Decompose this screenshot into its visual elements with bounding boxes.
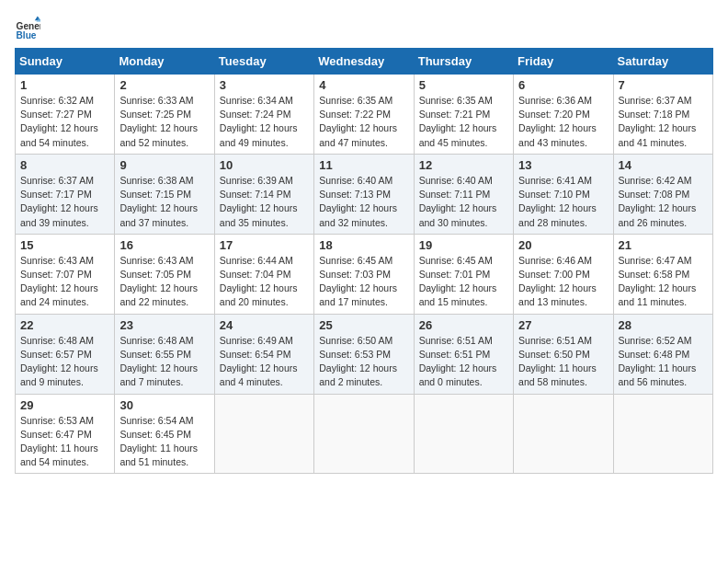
calendar-cell: 6Sunrise: 6:36 AM Sunset: 7:20 PM Daylig… (514, 75, 613, 155)
calendar-cell: 24Sunrise: 6:49 AM Sunset: 6:54 PM Dayli… (214, 314, 313, 394)
day-header-sunday: Sunday (16, 49, 115, 75)
calendar-cell: 1Sunrise: 6:32 AM Sunset: 7:27 PM Daylig… (16, 75, 115, 155)
day-number: 9 (119, 158, 209, 172)
day-number: 4 (319, 78, 408, 92)
day-number: 23 (119, 318, 209, 332)
week-row-1: 1Sunrise: 6:32 AM Sunset: 7:27 PM Daylig… (16, 75, 713, 155)
day-info: Sunrise: 6:45 AM Sunset: 7:01 PM Dayligh… (419, 254, 508, 310)
day-number: 27 (518, 318, 608, 332)
day-info: Sunrise: 6:35 AM Sunset: 7:21 PM Dayligh… (419, 94, 508, 150)
day-number: 12 (419, 158, 508, 172)
day-number: 17 (220, 238, 309, 252)
day-header-friday: Friday (514, 49, 613, 75)
calendar-cell: 16Sunrise: 6:43 AM Sunset: 7:05 PM Dayli… (115, 234, 214, 314)
day-info: Sunrise: 6:33 AM Sunset: 7:25 PM Dayligh… (119, 94, 209, 150)
day-number: 24 (220, 318, 309, 332)
day-info: Sunrise: 6:48 AM Sunset: 6:55 PM Dayligh… (119, 334, 209, 390)
calendar-cell: 26Sunrise: 6:51 AM Sunset: 6:51 PM Dayli… (414, 314, 513, 394)
calendar-cell: 14Sunrise: 6:42 AM Sunset: 7:08 PM Dayli… (613, 154, 712, 234)
day-info: Sunrise: 6:35 AM Sunset: 7:22 PM Dayligh… (319, 94, 408, 150)
day-number: 22 (20, 318, 109, 332)
calendar-cell: 4Sunrise: 6:35 AM Sunset: 7:22 PM Daylig… (314, 75, 414, 155)
day-info: Sunrise: 6:53 AM Sunset: 6:47 PM Dayligh… (20, 414, 109, 470)
logo: General Blue (15, 15, 44, 40)
day-info: Sunrise: 6:37 AM Sunset: 7:18 PM Dayligh… (619, 94, 708, 150)
day-info: Sunrise: 6:34 AM Sunset: 7:24 PM Dayligh… (220, 94, 309, 150)
day-header-wednesday: Wednesday (314, 49, 414, 75)
day-number: 10 (220, 158, 309, 172)
calendar-cell (514, 394, 613, 474)
day-info: Sunrise: 6:42 AM Sunset: 7:08 PM Dayligh… (619, 174, 708, 230)
calendar-cell: 9Sunrise: 6:38 AM Sunset: 7:15 PM Daylig… (115, 154, 214, 234)
calendar-cell: 29Sunrise: 6:53 AM Sunset: 6:47 PM Dayli… (16, 394, 115, 474)
day-header-tuesday: Tuesday (214, 49, 313, 75)
week-row-5: 29Sunrise: 6:53 AM Sunset: 6:47 PM Dayli… (16, 394, 713, 474)
week-row-4: 22Sunrise: 6:48 AM Sunset: 6:57 PM Dayli… (16, 314, 713, 394)
day-info: Sunrise: 6:47 AM Sunset: 6:58 PM Dayligh… (619, 254, 708, 310)
calendar-table: SundayMondayTuesdayWednesdayThursdayFrid… (15, 48, 713, 474)
day-number: 18 (319, 238, 408, 252)
week-row-2: 8Sunrise: 6:37 AM Sunset: 7:17 PM Daylig… (16, 154, 713, 234)
day-number: 1 (20, 78, 109, 92)
day-number: 15 (20, 238, 109, 252)
calendar-cell: 7Sunrise: 6:37 AM Sunset: 7:18 PM Daylig… (613, 75, 712, 155)
day-number: 16 (119, 238, 209, 252)
day-info: Sunrise: 6:46 AM Sunset: 7:00 PM Dayligh… (518, 254, 608, 310)
calendar-cell: 3Sunrise: 6:34 AM Sunset: 7:24 PM Daylig… (214, 75, 313, 155)
calendar-cell: 23Sunrise: 6:48 AM Sunset: 6:55 PM Dayli… (115, 314, 214, 394)
day-number: 20 (518, 238, 608, 252)
calendar-cell: 8Sunrise: 6:37 AM Sunset: 7:17 PM Daylig… (16, 154, 115, 234)
calendar-cell: 5Sunrise: 6:35 AM Sunset: 7:21 PM Daylig… (414, 75, 513, 155)
calendar-cell: 21Sunrise: 6:47 AM Sunset: 6:58 PM Dayli… (613, 234, 712, 314)
calendar-cell: 13Sunrise: 6:41 AM Sunset: 7:10 PM Dayli… (514, 154, 613, 234)
calendar-cell: 18Sunrise: 6:45 AM Sunset: 7:03 PM Dayli… (314, 234, 414, 314)
day-number: 29 (20, 398, 109, 412)
calendar-cell (414, 394, 513, 474)
calendar-cell: 19Sunrise: 6:45 AM Sunset: 7:01 PM Dayli… (414, 234, 513, 314)
day-header-thursday: Thursday (414, 49, 513, 75)
day-info: Sunrise: 6:41 AM Sunset: 7:10 PM Dayligh… (518, 174, 608, 230)
day-info: Sunrise: 6:43 AM Sunset: 7:05 PM Dayligh… (119, 254, 209, 310)
day-number: 13 (518, 158, 608, 172)
calendar-cell: 15Sunrise: 6:43 AM Sunset: 7:07 PM Dayli… (16, 234, 115, 314)
calendar-cell: 28Sunrise: 6:52 AM Sunset: 6:48 PM Dayli… (613, 314, 712, 394)
day-number: 7 (619, 78, 708, 92)
day-number: 5 (419, 78, 508, 92)
svg-text:Blue: Blue (17, 30, 37, 40)
day-info: Sunrise: 6:54 AM Sunset: 6:45 PM Dayligh… (119, 414, 209, 470)
day-info: Sunrise: 6:36 AM Sunset: 7:20 PM Dayligh… (518, 94, 608, 150)
calendar-cell (613, 394, 712, 474)
day-number: 11 (319, 158, 408, 172)
day-info: Sunrise: 6:51 AM Sunset: 6:50 PM Dayligh… (518, 334, 608, 390)
calendar-cell: 25Sunrise: 6:50 AM Sunset: 6:53 PM Dayli… (314, 314, 414, 394)
week-row-3: 15Sunrise: 6:43 AM Sunset: 7:07 PM Dayli… (16, 234, 713, 314)
calendar-cell: 17Sunrise: 6:44 AM Sunset: 7:04 PM Dayli… (214, 234, 313, 314)
day-number: 26 (419, 318, 508, 332)
calendar-cell: 12Sunrise: 6:40 AM Sunset: 7:11 PM Dayli… (414, 154, 513, 234)
day-info: Sunrise: 6:45 AM Sunset: 7:03 PM Dayligh… (319, 254, 408, 310)
calendar-cell: 30Sunrise: 6:54 AM Sunset: 6:45 PM Dayli… (115, 394, 214, 474)
day-info: Sunrise: 6:49 AM Sunset: 6:54 PM Dayligh… (220, 334, 309, 390)
calendar-cell: 11Sunrise: 6:40 AM Sunset: 7:13 PM Dayli… (314, 154, 414, 234)
day-number: 28 (619, 318, 708, 332)
day-info: Sunrise: 6:50 AM Sunset: 6:53 PM Dayligh… (319, 334, 408, 390)
day-number: 19 (419, 238, 508, 252)
day-info: Sunrise: 6:44 AM Sunset: 7:04 PM Dayligh… (220, 254, 309, 310)
calendar-cell (214, 394, 313, 474)
day-info: Sunrise: 6:32 AM Sunset: 7:27 PM Dayligh… (20, 94, 109, 150)
day-number: 30 (119, 398, 209, 412)
calendar-cell: 20Sunrise: 6:46 AM Sunset: 7:00 PM Dayli… (514, 234, 613, 314)
day-info: Sunrise: 6:39 AM Sunset: 7:14 PM Dayligh… (220, 174, 309, 230)
day-number: 21 (619, 238, 708, 252)
day-info: Sunrise: 6:51 AM Sunset: 6:51 PM Dayligh… (419, 334, 508, 390)
day-number: 14 (619, 158, 708, 172)
calendar-cell: 2Sunrise: 6:33 AM Sunset: 7:25 PM Daylig… (115, 75, 214, 155)
day-info: Sunrise: 6:37 AM Sunset: 7:17 PM Dayligh… (20, 174, 109, 230)
day-info: Sunrise: 6:38 AM Sunset: 7:15 PM Dayligh… (119, 174, 209, 230)
day-header-saturday: Saturday (613, 49, 712, 75)
day-info: Sunrise: 6:40 AM Sunset: 7:11 PM Dayligh… (419, 174, 508, 230)
day-number: 6 (518, 78, 608, 92)
day-number: 2 (119, 78, 209, 92)
calendar-cell: 10Sunrise: 6:39 AM Sunset: 7:14 PM Dayli… (214, 154, 313, 234)
day-info: Sunrise: 6:48 AM Sunset: 6:57 PM Dayligh… (20, 334, 109, 390)
